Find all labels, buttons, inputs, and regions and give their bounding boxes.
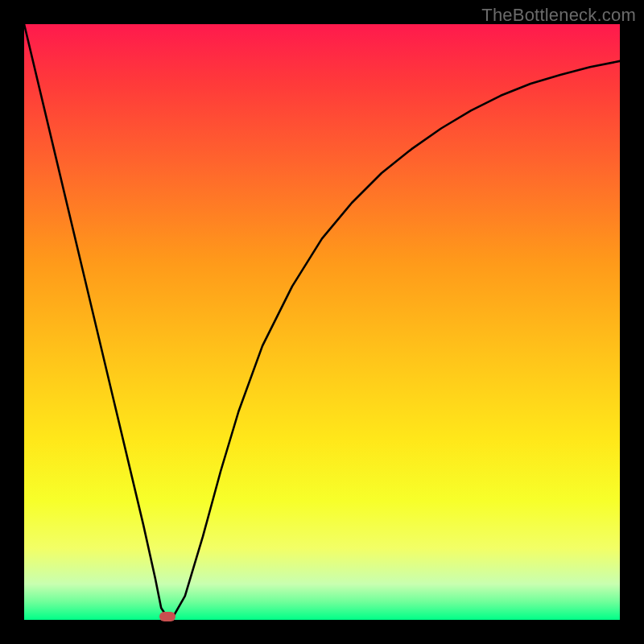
- minimum-marker: [159, 612, 175, 621]
- attribution-label: TheBottleneck.com: [481, 5, 636, 26]
- curve-svg: [24, 24, 620, 620]
- chart-frame: TheBottleneck.com: [0, 0, 644, 644]
- bottleneck-curve: [24, 24, 620, 617]
- plot-area: [24, 24, 620, 620]
